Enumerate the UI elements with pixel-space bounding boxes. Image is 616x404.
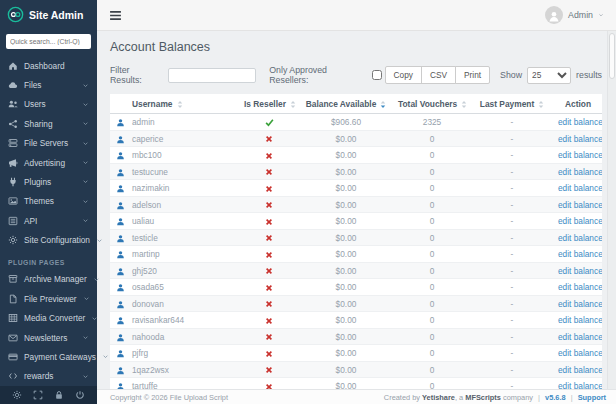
user-icon[interactable] bbox=[116, 168, 125, 177]
edit-balance-link[interactable]: edit balance bbox=[558, 233, 602, 243]
sidebar-item-dashboard[interactable]: Dashboard bbox=[0, 56, 97, 75]
sidebar-item-rewards[interactable]: rewards bbox=[0, 367, 97, 386]
vouchers-value: 0 bbox=[430, 381, 435, 389]
plug-icon bbox=[8, 177, 18, 187]
edit-balance-link[interactable]: edit balance bbox=[558, 134, 602, 144]
lock-icon[interactable] bbox=[54, 390, 64, 400]
cloud-icon bbox=[8, 80, 18, 90]
edit-balance-link[interactable]: edit balance bbox=[558, 117, 602, 127]
menu-toggle-icon[interactable] bbox=[109, 9, 122, 22]
table-row: mbc100$0.000-edit balance | add vouchers bbox=[110, 147, 602, 164]
user-icon[interactable] bbox=[116, 333, 125, 342]
edit-balance-link[interactable]: edit balance bbox=[558, 150, 602, 160]
user-icon[interactable] bbox=[116, 366, 125, 375]
file-icon bbox=[8, 294, 18, 304]
edit-balance-link[interactable]: edit balance bbox=[558, 381, 602, 389]
edit-balance-link[interactable]: edit balance bbox=[558, 183, 602, 193]
sort-icon[interactable] bbox=[461, 100, 467, 109]
sidebar-item-themes[interactable]: Themes bbox=[0, 192, 97, 211]
edit-balance-link[interactable]: edit balance bbox=[558, 167, 602, 177]
app-logo[interactable]: Site Admin bbox=[0, 0, 97, 28]
user-icon[interactable] bbox=[116, 135, 125, 144]
server-icon bbox=[8, 138, 18, 148]
filter-input[interactable] bbox=[168, 68, 256, 83]
approved-resellers-label: Only Approved Resellers: bbox=[269, 65, 367, 85]
table-row: tartuffe$0.000-edit balance | add vouche… bbox=[110, 378, 602, 389]
user-icon[interactable] bbox=[116, 382, 125, 389]
sidebar-item-advertising[interactable]: Advertising bbox=[0, 153, 97, 172]
icon-column-header bbox=[110, 94, 128, 114]
user-icon[interactable] bbox=[116, 300, 125, 309]
edit-balance-link[interactable]: edit balance bbox=[558, 249, 602, 259]
table-row: adelson$0.000-edit balance | add voucher… bbox=[110, 196, 602, 213]
user-icon[interactable] bbox=[116, 349, 125, 358]
sidebar-item-payment-gateways[interactable]: Payment Gateways bbox=[0, 347, 97, 366]
power-icon[interactable] bbox=[75, 390, 85, 400]
table-row: ghj520$0.000-edit balance | add vouchers bbox=[110, 262, 602, 279]
sidebar-item-media-converter[interactable]: Media Converter bbox=[0, 309, 97, 328]
user-icon[interactable] bbox=[116, 316, 125, 325]
column-header-total-vouchers[interactable]: Total Vouchers bbox=[394, 94, 470, 114]
user-icon[interactable] bbox=[116, 118, 125, 127]
user-icon[interactable] bbox=[116, 151, 125, 160]
user-icon[interactable] bbox=[116, 267, 125, 276]
edit-balance-link[interactable]: edit balance bbox=[558, 315, 602, 325]
version-link[interactable]: v5.6.8 bbox=[545, 393, 566, 402]
sidebar-item-files[interactable]: Files bbox=[0, 75, 97, 94]
edit-balance-link[interactable]: edit balance bbox=[558, 216, 602, 226]
sidebar-item-archive-manager[interactable]: Archive Manager bbox=[0, 270, 97, 289]
sidebar-item-api[interactable]: API bbox=[0, 211, 97, 230]
sidebar-item-site-configuration[interactable]: Site Configuration bbox=[0, 230, 97, 249]
table-row: nahooda$0.000-edit balance | add voucher… bbox=[110, 328, 602, 345]
print-button[interactable]: Print bbox=[455, 66, 490, 84]
sidebar-item-newsletters[interactable]: Newsletters bbox=[0, 328, 97, 347]
column-header-action: Action bbox=[554, 94, 602, 114]
column-header-username[interactable]: Username bbox=[128, 94, 240, 114]
table-row: testucune$0.000-edit balance | add vouch… bbox=[110, 163, 602, 180]
edit-balance-link[interactable]: edit balance bbox=[558, 266, 602, 276]
table-controls: Filter Results: Only Approved Resellers:… bbox=[110, 65, 602, 85]
edit-balance-link[interactable]: edit balance bbox=[558, 332, 602, 342]
copy-button[interactable]: Copy bbox=[385, 66, 422, 84]
csv-button[interactable]: CSV bbox=[421, 66, 456, 84]
sidebar-item-file-previewer[interactable]: File Previewer bbox=[0, 289, 97, 308]
edit-balance-link[interactable]: edit balance bbox=[558, 282, 602, 292]
user-icon[interactable] bbox=[116, 184, 125, 193]
cross-icon bbox=[265, 251, 273, 259]
user-icon[interactable] bbox=[116, 283, 125, 292]
edit-balance-link[interactable]: edit balance bbox=[558, 365, 602, 375]
support-link[interactable]: Support bbox=[578, 393, 606, 402]
vertical-scrollbar[interactable] bbox=[607, 31, 616, 389]
fullscreen-expand-icon[interactable] bbox=[33, 390, 43, 400]
sidebar-item-plugins[interactable]: Plugins bbox=[0, 172, 97, 191]
approved-resellers-checkbox[interactable] bbox=[372, 70, 382, 80]
user-icon[interactable] bbox=[116, 234, 125, 243]
sort-icon[interactable] bbox=[290, 100, 296, 109]
edit-balance-link[interactable]: edit balance bbox=[558, 348, 602, 358]
sidebar-item-file-servers[interactable]: File Servers bbox=[0, 134, 97, 153]
balance-value: $0.00 bbox=[336, 200, 357, 210]
cross-icon bbox=[265, 234, 273, 242]
user-icon[interactable] bbox=[116, 250, 125, 259]
sort-icon[interactable] bbox=[380, 100, 386, 109]
page-length-select[interactable]: 25 bbox=[527, 67, 571, 84]
user-icon[interactable] bbox=[116, 217, 125, 226]
last-payment-value: - bbox=[511, 200, 514, 210]
user-icon[interactable] bbox=[116, 201, 125, 210]
export-button-group: Copy CSV Print bbox=[385, 66, 491, 84]
user-menu[interactable]: Admin bbox=[545, 6, 604, 24]
column-header-last-payment[interactable]: Last Payment bbox=[470, 94, 554, 114]
settings-gear-icon[interactable] bbox=[12, 390, 22, 400]
column-header-balance-available[interactable]: Balance Available bbox=[298, 94, 394, 114]
quick-search-input[interactable] bbox=[6, 34, 91, 49]
edit-balance-link[interactable]: edit balance bbox=[558, 299, 602, 309]
cross-icon bbox=[265, 267, 273, 275]
column-header-is-reseller[interactable]: Is Reseller bbox=[240, 94, 298, 114]
sort-icon[interactable] bbox=[538, 100, 544, 109]
sidebar-item-users[interactable]: Users bbox=[0, 95, 97, 114]
scrollbar-thumb[interactable] bbox=[609, 33, 615, 79]
edit-balance-link[interactable]: edit balance bbox=[558, 200, 602, 210]
sort-icon[interactable] bbox=[177, 100, 183, 109]
sidebar-item-sharing[interactable]: Sharing bbox=[0, 114, 97, 133]
image-icon bbox=[8, 196, 18, 206]
